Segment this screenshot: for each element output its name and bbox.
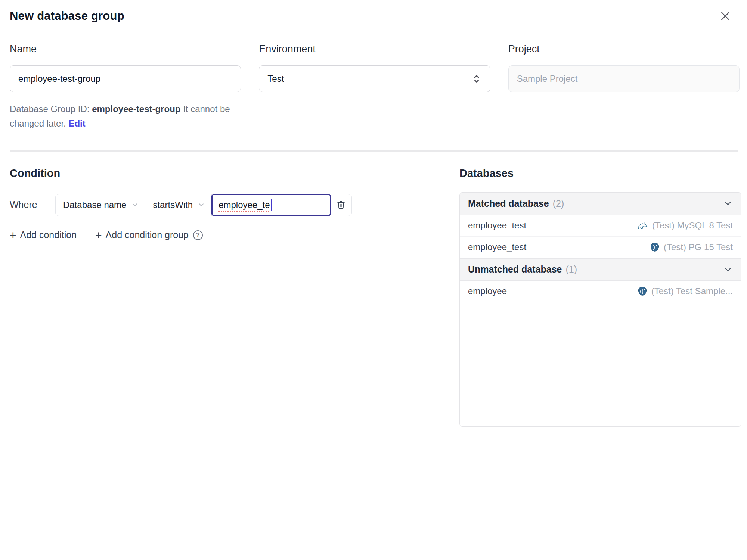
matched-database-count: (2) xyxy=(553,198,564,209)
add-condition-group-label: Add condition group xyxy=(106,230,189,240)
databases-heading: Databases xyxy=(459,167,741,180)
dialog-header: New database group xyxy=(0,0,747,32)
mysql-icon xyxy=(637,221,648,230)
instance-label: (Test) Test Sample... xyxy=(651,286,733,296)
instance-info: (Test) MySQL 8 Test xyxy=(637,220,733,231)
project-field-group: Project Sample Project xyxy=(508,43,740,131)
postgres-icon xyxy=(637,286,648,296)
condition-value-input[interactable]: employee_te xyxy=(211,194,331,216)
unmatched-database-count: (1) xyxy=(565,264,577,275)
database-name: employee xyxy=(468,286,507,296)
condition-value-text: employee_te xyxy=(218,200,270,210)
plus-icon: + xyxy=(10,230,16,241)
unmatched-database-section-header[interactable]: Unmatched database (1) xyxy=(460,258,741,281)
main-content: Condition Where Database name startsWith xyxy=(0,152,747,427)
close-button[interactable] xyxy=(717,8,734,24)
condition-operator-dropdown[interactable]: startsWith xyxy=(145,194,212,216)
name-input[interactable] xyxy=(10,65,241,92)
chevron-down-icon xyxy=(197,201,205,209)
unmatched-database-title: Unmatched database xyxy=(468,264,562,275)
plus-icon: + xyxy=(95,230,102,241)
table-row: employee (Test) Test Sample... xyxy=(460,281,741,302)
instance-label: (Test) MySQL 8 Test xyxy=(652,220,733,231)
edit-group-id-link[interactable]: Edit xyxy=(68,118,85,128)
instance-info: (Test) Test Sample... xyxy=(637,286,733,296)
condition-expression-group: Database name startsWith employee_te xyxy=(55,194,352,216)
form-row: Name Database Group ID: employee-test-gr… xyxy=(0,32,747,131)
condition-operator-value: startsWith xyxy=(153,200,193,210)
add-condition-button[interactable]: + Add condition xyxy=(10,230,77,241)
environment-field-group: Environment Test xyxy=(259,43,490,131)
chevron-down-icon[interactable] xyxy=(723,265,733,274)
panel-empty-space xyxy=(460,302,741,426)
postgres-icon xyxy=(650,242,660,252)
matched-database-title: Matched database xyxy=(468,198,549,209)
chevron-down-icon[interactable] xyxy=(723,199,733,208)
delete-condition-button[interactable] xyxy=(331,194,351,216)
condition-row: Where Database name startsWith employee_… xyxy=(10,194,444,216)
instance-label: (Test) PG 15 Test xyxy=(664,242,733,252)
group-id-helper: Database Group ID: employee-test-group I… xyxy=(10,102,241,131)
add-condition-group-button[interactable]: + Add condition group ? xyxy=(95,230,203,241)
project-field[interactable]: Sample Project xyxy=(508,65,740,92)
condition-field-dropdown[interactable]: Database name xyxy=(56,194,145,216)
environment-select[interactable]: Test xyxy=(259,65,490,92)
close-icon xyxy=(719,9,732,23)
trash-icon xyxy=(336,200,346,210)
group-id-prefix: Database Group ID: xyxy=(10,104,92,114)
condition-actions: + Add condition + Add condition group ? xyxy=(10,230,444,241)
table-row: employee_test (Test) MySQL 8 Test xyxy=(460,215,741,237)
project-label: Project xyxy=(508,43,740,55)
group-id-value: employee-test-group xyxy=(92,104,180,114)
name-field-group: Name Database Group ID: employee-test-gr… xyxy=(10,43,241,131)
condition-heading: Condition xyxy=(10,167,444,180)
environment-selected-value: Test xyxy=(267,74,284,84)
databases-panel: Matched database (2) employee_test ( xyxy=(459,192,741,427)
text-cursor xyxy=(271,199,272,211)
matched-database-section-header[interactable]: Matched database (2) xyxy=(460,193,741,215)
condition-field-value: Database name xyxy=(63,200,126,210)
select-chevrons-icon xyxy=(471,74,482,84)
chevron-down-icon xyxy=(131,201,139,209)
instance-info: (Test) PG 15 Test xyxy=(650,242,733,252)
environment-label: Environment xyxy=(259,43,490,55)
add-condition-label: Add condition xyxy=(20,230,77,240)
databases-section: Databases Matched database (2) employee_… xyxy=(459,152,741,427)
database-name: employee_test xyxy=(468,242,526,252)
condition-section: Condition Where Database name startsWith xyxy=(10,152,459,427)
table-row: employee_test (Test) PG 15 Test xyxy=(460,237,741,258)
page-title: New database group xyxy=(10,9,124,23)
database-name: employee_test xyxy=(468,220,526,231)
where-label: Where xyxy=(10,199,55,210)
help-icon[interactable]: ? xyxy=(193,230,203,240)
project-value: Sample Project xyxy=(517,74,578,84)
name-label: Name xyxy=(10,43,241,55)
